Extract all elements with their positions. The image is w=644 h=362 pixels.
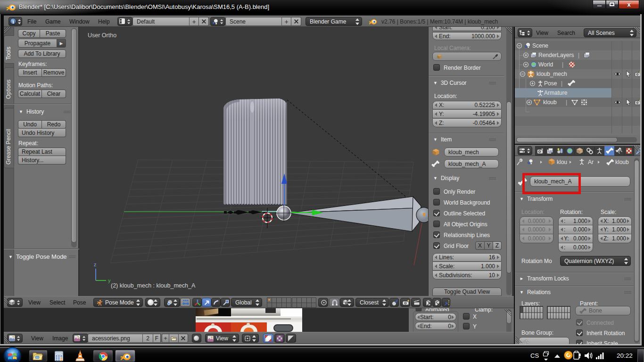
svg-text:kloub: kloub bbox=[543, 99, 557, 106]
svg-text:z: z bbox=[94, 262, 97, 267]
svg-text:kloub_mech: kloub_mech bbox=[537, 71, 567, 77]
svg-text:klou: klou bbox=[557, 159, 567, 165]
svg-text:Ar: Ar bbox=[588, 159, 594, 165]
svg-text:Pose: Pose bbox=[544, 80, 557, 87]
svg-text:|: | bbox=[562, 61, 563, 68]
svg-text:kloub: kloub bbox=[615, 159, 629, 165]
svg-text:Scene: Scene bbox=[532, 42, 548, 49]
svg-text:|: | bbox=[561, 80, 562, 87]
svg-text:RenderLayers: RenderLayers bbox=[538, 52, 574, 58]
svg-text:|: | bbox=[578, 52, 579, 58]
svg-text:Armature: Armature bbox=[544, 90, 568, 96]
svg-text:(2) kloub_mech : kloub_mech_A: (2) kloub_mech : kloub_mech_A bbox=[111, 282, 196, 289]
svg-text:World: World bbox=[538, 61, 553, 68]
svg-text:User Ortho: User Ortho bbox=[88, 32, 116, 39]
svg-text:|: | bbox=[566, 99, 567, 106]
